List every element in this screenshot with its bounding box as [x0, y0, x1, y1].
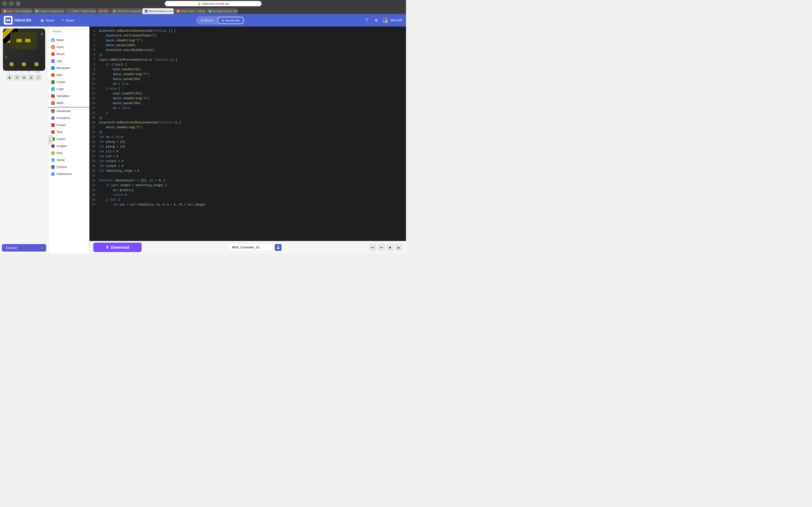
button-a-label: A	[5, 56, 7, 59]
arrays-label: Arrays	[57, 123, 66, 127]
block-categories: ▦ Basic ◉ Input ♪ Music ● Led ✦ Blueto	[48, 37, 89, 253]
code-line-33: 33 if (arr.length < smoothing_range) {	[89, 183, 406, 188]
stop-sim-button[interactable]: ■	[7, 74, 12, 80]
code-line-20: 20 bluetooth.onBluetoothDisconnected(fun…	[89, 120, 406, 125]
category-game[interactable]: ▶ Game	[48, 135, 89, 143]
bluetooth-icon: ✦	[51, 66, 55, 70]
code-line-8: 8 if (!(on)) {	[89, 62, 406, 67]
control-label: Control	[57, 165, 67, 169]
category-led[interactable]: ● Led	[48, 57, 89, 64]
tab-makecode[interactable]: MMicrosoft MakeCo for micro:...	[142, 8, 174, 14]
share-icon: ↗	[62, 18, 64, 22]
led-icon: ●	[51, 59, 55, 63]
header-nav: 🏠 Home ↗ Share	[37, 17, 77, 24]
category-serial[interactable]: ⇄ Serial	[48, 157, 89, 163]
settings-button[interactable]: ⚙	[373, 17, 379, 24]
pins-icon: ◎	[51, 151, 55, 155]
tab-txdmv[interactable]: TTxDMV - Vehicle Registration R...	[65, 8, 96, 14]
explorer-chevron: ›	[41, 246, 42, 249]
tab-instructables[interactable]: IProject Editor - Instructables	[174, 8, 206, 14]
category-pins[interactable]: ◎ Pins	[48, 150, 89, 157]
code-line-25: 25 let p2avg = [0]	[89, 145, 406, 149]
download-label: Download	[111, 245, 129, 249]
settings-icon: ⚙	[374, 18, 378, 23]
category-variables[interactable]: ≡ Variables	[48, 93, 89, 100]
code-editor[interactable]: 1 bluetooth.onBluetoothConnected(functio…	[89, 26, 406, 241]
save-project-button[interactable]: 💾	[275, 244, 282, 251]
code-line-3: 3 basic.showString("C")	[89, 38, 406, 43]
category-music[interactable]: ♪ Music	[48, 50, 89, 57]
code-line-24: 24 let p1avg = [0]	[89, 139, 406, 145]
stop-button[interactable]: ■	[387, 244, 394, 251]
category-bluetooth[interactable]: ✦ Bluetooth	[48, 64, 89, 71]
code-line-12: 12 on = true	[89, 81, 406, 87]
forward-button[interactable]: ›	[9, 1, 14, 6]
tab-csci[interactable]: CCSCI3155_Assignment9 - Juyt...	[110, 8, 142, 14]
redo-button[interactable]: ↪	[378, 244, 385, 251]
project-name-input[interactable]	[230, 244, 273, 251]
share-button[interactable]: ↗ Share	[58, 17, 78, 24]
category-text[interactable]: T Text	[48, 128, 89, 135]
download-button[interactable]: ⬇ Download	[93, 243, 142, 252]
save-icon: 💾	[276, 245, 280, 249]
javascript-mode-button[interactable]: {} JavaScript	[217, 17, 244, 24]
microbit-labels: 0 1 2 3V GND	[4, 71, 45, 73]
fullscreen-sim-button[interactable]: ⛶	[36, 74, 42, 80]
code-line-26: 26 let cc1 = 0	[89, 149, 406, 154]
home-label: Home	[45, 18, 54, 22]
arrays-icon: ≡	[51, 123, 55, 127]
code-line-22: 22 })	[89, 130, 406, 135]
category-math[interactable]: ⊞ Math	[48, 100, 89, 107]
svg-rect-0	[5, 17, 11, 23]
category-input[interactable]: ◉ Input	[48, 44, 89, 50]
tab-arrays[interactable]: aare arrays pass by reference in...	[206, 8, 238, 14]
microbit-display: A B	[3, 29, 45, 71]
label-0: 0	[8, 71, 9, 73]
category-functions[interactable]: ƒ Functions	[48, 114, 89, 121]
category-logic[interactable]: ◆ Logic	[48, 86, 89, 93]
category-extensions[interactable]: + Extensions	[48, 170, 89, 177]
extensions-label: Extensions	[57, 172, 72, 176]
code-line-10: 10 basic.showString("P")	[89, 72, 406, 77]
code-line-37: 37 let out = arr.reduce((a, b) => a + b,…	[89, 202, 406, 207]
advanced-label: Advanced	[57, 109, 70, 113]
run-button[interactable]: ▶	[395, 244, 402, 251]
help-button[interactable]: ?	[363, 17, 370, 24]
undo-button[interactable]: ↩	[369, 244, 376, 251]
tab-hw[interactable]: HHW/	[97, 8, 110, 14]
tab-inbox[interactable]: MInbox - steve.20k@gmail.com -...	[1, 8, 33, 14]
search-input[interactable]	[50, 29, 89, 34]
back-button[interactable]: ‹	[2, 1, 7, 6]
serial-icon: ⇄	[51, 158, 55, 162]
loops-icon: ↻	[51, 80, 55, 84]
category-midi[interactable]: ♫ Midi	[48, 71, 89, 78]
code-line-19: 19 })	[89, 115, 406, 120]
explorer-button[interactable]: Explorer ›	[2, 244, 46, 251]
code-line-36: 36 } else {	[89, 198, 406, 202]
mute-sim-button[interactable]: 🔊	[29, 74, 34, 80]
microbit-eyes	[16, 39, 31, 42]
download-icon: ⬇	[106, 245, 109, 249]
category-arrays[interactable]: ≡ Arrays	[48, 121, 89, 128]
microbit-eye-left	[16, 39, 22, 42]
tabs-bar: MInbox - steve.20k@gmail.com -... bbould…	[0, 7, 406, 14]
blocks-mode-button[interactable]: ⊞ Blocks	[197, 17, 217, 24]
tab-boulder[interactable]: bboulder | manage posting	[33, 8, 64, 14]
category-basic[interactable]: ▦ Basic	[48, 37, 89, 44]
stop-icon: ■	[389, 245, 391, 249]
category-loops[interactable]: ↻ Loops	[48, 78, 89, 86]
reload-button[interactable]: ↺	[15, 1, 21, 6]
collapse-panel-button[interactable]: ‹	[48, 135, 53, 145]
code-line-31: 31	[89, 173, 406, 178]
slow-sim-button[interactable]: ≫	[21, 74, 27, 80]
category-advanced[interactable]: ▲ Advanced	[48, 107, 89, 114]
midi-icon: ♫	[51, 73, 55, 77]
home-button[interactable]: 🏠 Home	[37, 17, 57, 24]
logo-text: micro:bit	[14, 18, 31, 22]
category-control[interactable]: ≡ Control	[48, 163, 89, 170]
blocks-panel: 🔍 ▦ Basic ◉ Input ♪ Music ● Led	[48, 26, 89, 253]
lock-icon: 🔒	[197, 2, 201, 5]
category-images[interactable]: ⬛ Images	[48, 143, 89, 150]
address-bar[interactable]: 🔒 makecode.microbit.org	[165, 1, 261, 6]
restart-sim-button[interactable]: ↺	[14, 74, 20, 80]
